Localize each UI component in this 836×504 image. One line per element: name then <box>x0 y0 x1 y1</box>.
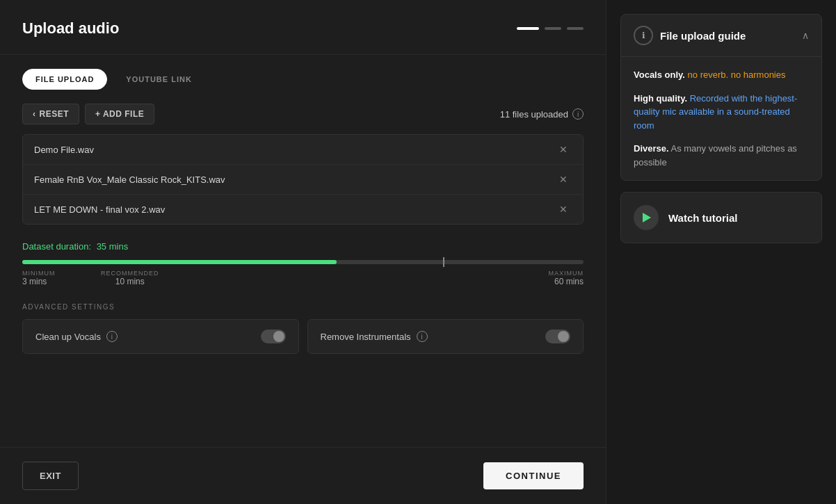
remove-instrumentals-label: Remove Instrumentals i <box>321 331 428 342</box>
label-minimum: MINIMUM 3 mins <box>22 270 56 286</box>
clean-vocals-toggle-knob <box>273 331 284 342</box>
step-indicators <box>517 27 584 30</box>
remove-instrumentals-info-icon[interactable]: i <box>417 331 428 342</box>
guide-item-3: Diverse. As many vowels and pitches as p… <box>634 142 809 169</box>
file-name-3: LET ME DOWN - final vox 2.wav <box>34 204 165 215</box>
clean-vocals-label: Clean up Vocals i <box>35 331 118 342</box>
file-list: Demo File.wav ✕ Female RnB Vox_Male Clas… <box>22 134 584 225</box>
remove-instrumentals-toggle-knob <box>558 331 569 342</box>
file-item-1: Demo File.wav ✕ <box>23 135 583 165</box>
add-file-button[interactable]: + ADD FILE <box>85 104 154 124</box>
progress-labels: MINIMUM 3 mins RECOMMENDED 10 mins MAXIM… <box>22 270 584 286</box>
tab-youtube-link[interactable]: YOUTUBE LINK <box>113 69 205 90</box>
guide-item-2: High quality. Recorded with the highest-… <box>634 92 809 133</box>
remove-instrumentals-card: Remove Instrumentals i <box>307 319 584 354</box>
clean-vocals-toggle[interactable] <box>261 330 286 343</box>
guide-info-icon: ℹ <box>634 26 653 45</box>
file-item-2: Female RnB Vox_Male Classic Rock_KITS.wa… <box>23 165 583 195</box>
continue-button[interactable]: CONTINUE <box>483 462 584 489</box>
step-1-indicator <box>517 27 539 30</box>
step-2-indicator <box>545 27 561 30</box>
files-count: 11 files uploaded i <box>500 108 584 120</box>
page-title: Upload audio <box>22 19 119 38</box>
guide-title: File upload guide <box>660 30 746 42</box>
label-recommended: RECOMMENDED 10 mins <box>101 270 159 286</box>
file-remove-2[interactable]: ✕ <box>555 173 572 186</box>
guide-header-left: ℹ File upload guide <box>634 26 746 45</box>
step-3-indicator <box>567 27 584 30</box>
file-name-2: Female RnB Vox_Male Classic Rock_KITS.wa… <box>34 174 225 185</box>
file-remove-3[interactable]: ✕ <box>555 203 572 216</box>
guide-content: Vocals only. no reverb. no harmonies Hig… <box>621 57 821 180</box>
footer: EXIT CONTINUE <box>0 447 606 504</box>
advanced-settings-label: ADVANCED SETTINGS <box>22 303 584 311</box>
files-count-info-icon[interactable]: i <box>572 108 584 120</box>
header: Upload audio <box>0 0 606 55</box>
maximum-marker <box>443 257 444 267</box>
remove-instrumentals-toggle[interactable] <box>545 330 570 343</box>
reset-arrow-icon: ‹ <box>33 109 36 119</box>
tutorial-card[interactable]: Watch tutorial <box>620 192 822 243</box>
reset-button[interactable]: ‹ RESET <box>22 104 79 124</box>
progress-track <box>22 260 584 264</box>
progress-fill <box>22 260 337 264</box>
clean-vocals-card: Clean up Vocals i <box>22 319 299 354</box>
play-icon <box>643 213 651 222</box>
clean-vocals-info-icon[interactable]: i <box>106 331 118 342</box>
tabs-row: FILE UPLOAD YOUTUBE LINK <box>0 55 606 90</box>
guide-collapse-icon[interactable]: ∧ <box>802 30 809 41</box>
tab-file-upload[interactable]: FILE UPLOAD <box>22 69 107 90</box>
content-area: ‹ RESET + ADD FILE 11 files uploaded i D… <box>0 90 606 447</box>
guide-card: ℹ File upload guide ∧ Vocals only. no re… <box>620 14 822 181</box>
label-maximum: MAXIMUM 60 mins <box>549 270 584 286</box>
file-remove-1[interactable]: ✕ <box>555 143 572 156</box>
right-panel: ℹ File upload guide ∧ Vocals only. no re… <box>606 0 836 504</box>
toolbar-left: ‹ RESET + ADD FILE <box>22 104 154 124</box>
left-panel: Upload audio FILE UPLOAD YOUTUBE LINK ‹ … <box>0 0 606 504</box>
advanced-settings: ADVANCED SETTINGS Clean up Vocals i Remo… <box>22 303 584 354</box>
duration-label: Dataset duration: 35 mins <box>22 241 584 252</box>
guide-item-1: Vocals only. no reverb. no harmonies <box>634 68 809 82</box>
tutorial-label: Watch tutorial <box>668 212 737 224</box>
file-item-3: LET ME DOWN - final vox 2.wav ✕ <box>23 195 583 224</box>
play-button <box>634 205 659 230</box>
file-name-1: Demo File.wav <box>34 145 94 155</box>
duration-section: Dataset duration: 35 mins MINIMUM 3 mins… <box>22 241 584 286</box>
exit-button[interactable]: EXIT <box>22 462 79 490</box>
file-toolbar: ‹ RESET + ADD FILE 11 files uploaded i <box>22 104 584 124</box>
guide-header: ℹ File upload guide ∧ <box>621 15 821 57</box>
duration-value: 35 mins <box>97 241 129 252</box>
settings-row: Clean up Vocals i Remove Instrumentals i <box>22 319 584 354</box>
